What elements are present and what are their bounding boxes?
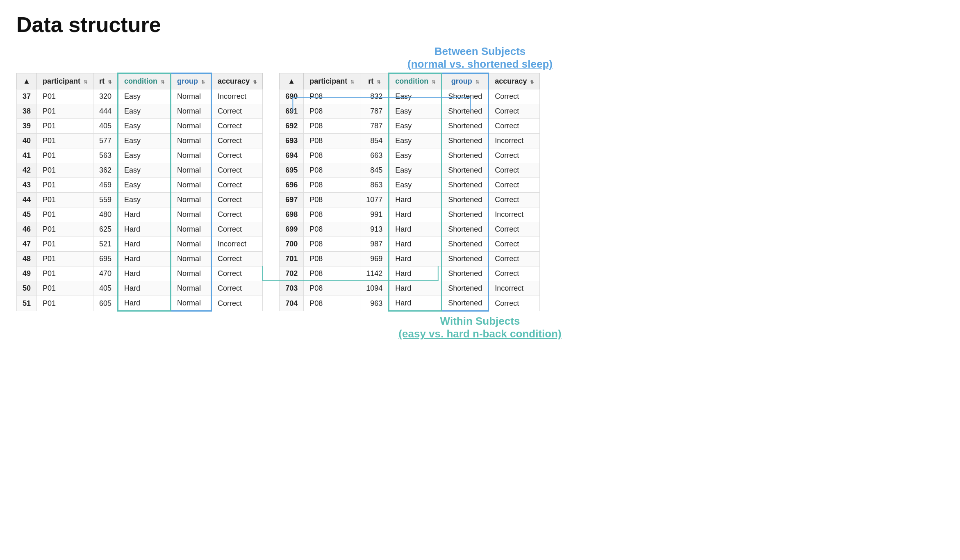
cell-accuracy: Correct xyxy=(489,222,540,237)
right-table-row: 703 P08 1094 Hard Shortened Incorrect xyxy=(280,281,540,296)
cell-participant: P08 xyxy=(304,266,360,281)
cell-condition: Hard xyxy=(118,266,171,281)
col-header-index-right[interactable]: ▲ xyxy=(280,73,304,89)
cell-condition: Easy xyxy=(118,134,171,148)
cell-group: Shortened xyxy=(442,266,489,281)
cell-rt: 320 xyxy=(93,89,118,104)
cell-condition: Hard xyxy=(389,281,442,296)
cell-id: 693 xyxy=(280,134,304,148)
within-subjects-label: Within Subjects (easy vs. hard n-back co… xyxy=(16,315,944,340)
cell-id: 701 xyxy=(280,252,304,266)
cell-id: 51 xyxy=(17,296,37,311)
cell-rt: 444 xyxy=(93,104,118,119)
col-header-participant-left[interactable]: participant ⇅ xyxy=(37,73,93,89)
cell-accuracy: Correct xyxy=(489,148,540,163)
cell-rt: 832 xyxy=(360,89,389,104)
cell-condition: Hard xyxy=(118,237,171,252)
cell-accuracy: Correct xyxy=(212,222,263,237)
cell-participant: P01 xyxy=(37,104,93,119)
col-header-accuracy-right[interactable]: accuracy ⇅ xyxy=(489,73,540,89)
cell-accuracy: Incorrect xyxy=(489,207,540,222)
cell-id: 50 xyxy=(17,281,37,296)
cell-id: 702 xyxy=(280,266,304,281)
cell-condition: Easy xyxy=(389,148,442,163)
cell-id: 690 xyxy=(280,89,304,104)
cell-rt: 913 xyxy=(360,222,389,237)
cell-rt: 787 xyxy=(360,104,389,119)
cell-accuracy: Correct xyxy=(212,119,263,134)
cell-participant: P08 xyxy=(304,281,360,296)
right-table-row: 702 P08 1142 Hard Shortened Correct xyxy=(280,266,540,281)
cell-condition: Hard xyxy=(389,207,442,222)
cell-accuracy: Correct xyxy=(489,252,540,266)
col-header-rt-left[interactable]: rt ⇅ xyxy=(93,73,118,89)
col-header-rt-right[interactable]: rt ⇅ xyxy=(360,73,389,89)
cell-participant: P01 xyxy=(37,193,93,207)
cell-group: Normal xyxy=(171,178,212,193)
col-header-index-left[interactable]: ▲ xyxy=(17,73,37,89)
cell-condition: Easy xyxy=(389,119,442,134)
cell-participant: P01 xyxy=(37,296,93,311)
cell-rt: 480 xyxy=(93,207,118,222)
cell-condition: Hard xyxy=(389,266,442,281)
left-table-row: 45 P01 480 Hard Normal Correct xyxy=(17,207,263,222)
cell-condition: Hard xyxy=(389,252,442,266)
right-table-row: 698 P08 991 Hard Shortened Incorrect xyxy=(280,207,540,222)
cell-condition: Hard xyxy=(389,222,442,237)
cell-group: Normal xyxy=(171,252,212,266)
cell-group: Normal xyxy=(171,119,212,134)
cell-group: Normal xyxy=(171,89,212,104)
cell-group: Normal xyxy=(171,163,212,178)
cell-id: 44 xyxy=(17,193,37,207)
cell-rt: 405 xyxy=(93,119,118,134)
cell-rt: 969 xyxy=(360,252,389,266)
cell-condition: Hard xyxy=(118,207,171,222)
cell-group: Normal xyxy=(171,281,212,296)
cell-accuracy: Correct xyxy=(489,104,540,119)
cell-participant: P01 xyxy=(37,178,93,193)
cell-rt: 605 xyxy=(93,296,118,311)
cell-condition: Easy xyxy=(389,89,442,104)
cell-group: Shortened xyxy=(442,252,489,266)
cell-participant: P01 xyxy=(37,252,93,266)
cell-group: Normal xyxy=(171,296,212,311)
right-table-row: 697 P08 1077 Hard Shortened Correct xyxy=(280,193,540,207)
left-table-row: 39 P01 405 Easy Normal Correct xyxy=(17,119,263,134)
cell-id: 37 xyxy=(17,89,37,104)
cell-group: Shortened xyxy=(442,104,489,119)
cell-id: 42 xyxy=(17,163,37,178)
cell-participant: P08 xyxy=(304,237,360,252)
col-header-group-right[interactable]: group ⇅ xyxy=(442,73,489,89)
cell-group: Shortened xyxy=(442,222,489,237)
cell-accuracy: Incorrect xyxy=(212,89,263,104)
cell-participant: P08 xyxy=(304,163,360,178)
cell-participant: P08 xyxy=(304,207,360,222)
cell-group: Shortened xyxy=(442,119,489,134)
cell-id: 39 xyxy=(17,119,37,134)
cell-id: 46 xyxy=(17,222,37,237)
cell-rt: 1077 xyxy=(360,193,389,207)
cell-participant: P01 xyxy=(37,281,93,296)
cell-participant: P08 xyxy=(304,222,360,237)
col-header-condition-left[interactable]: condition ⇅ xyxy=(118,73,171,89)
cell-rt: 987 xyxy=(360,237,389,252)
col-header-condition-right[interactable]: condition ⇅ xyxy=(389,73,442,89)
left-table-row: 51 P01 605 Hard Normal Correct xyxy=(17,296,263,311)
right-table-row: 700 P08 987 Hard Shortened Correct xyxy=(280,237,540,252)
cell-id: 704 xyxy=(280,296,304,311)
cell-group: Shortened xyxy=(442,134,489,148)
cell-participant: P08 xyxy=(304,104,360,119)
left-table-row: 48 P01 695 Hard Normal Correct xyxy=(17,252,263,266)
col-header-accuracy-left[interactable]: accuracy ⇅ xyxy=(212,73,263,89)
cell-participant: P01 xyxy=(37,222,93,237)
cell-participant: P01 xyxy=(37,163,93,178)
cell-group: Normal xyxy=(171,193,212,207)
cell-accuracy: Correct xyxy=(489,266,540,281)
cell-rt: 405 xyxy=(93,281,118,296)
cell-rt: 469 xyxy=(93,178,118,193)
cell-condition: Hard xyxy=(118,281,171,296)
cell-rt: 854 xyxy=(360,134,389,148)
col-header-group-left[interactable]: group ⇅ xyxy=(171,73,212,89)
col-header-participant-right[interactable]: participant ⇅ xyxy=(304,73,360,89)
right-table-row: 691 P08 787 Easy Shortened Correct xyxy=(280,104,540,119)
